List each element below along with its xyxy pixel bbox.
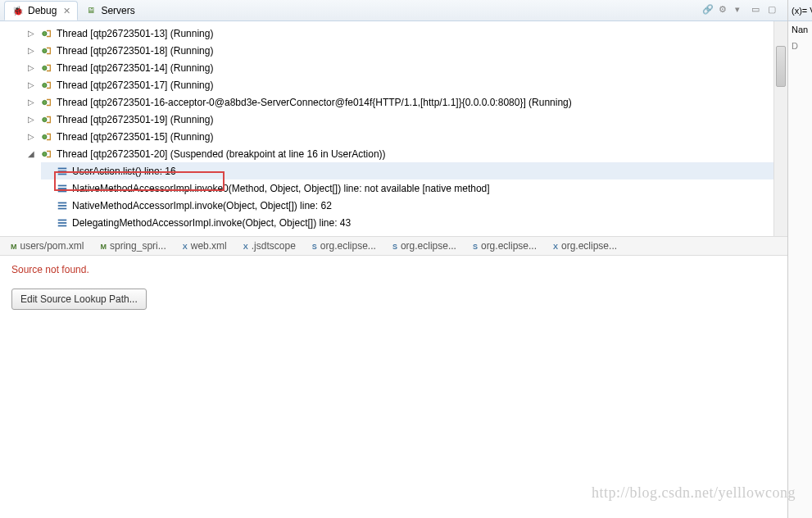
toolbar: 🔗 ⚙ ▾ ▭ ▢ [702, 4, 787, 17]
tree-item-label: Thread [qtp26723501-14] (Running) [57, 62, 213, 74]
file-icon [392, 242, 397, 251]
thread-icon [40, 113, 53, 126]
thread-icon [40, 130, 53, 143]
right-panel: (x)= V Nan D [787, 0, 812, 518]
link-icon[interactable]: 🔗 [702, 4, 715, 17]
thread-item[interactable]: ◢Thread [qtp26723501-20] (Suspended (bre… [41, 145, 787, 162]
svg-point-1 [43, 48, 47, 52]
stack-frame-item[interactable]: UserAction.list() line: 16 [41, 162, 787, 179]
editor-tab-label: web.xml [191, 240, 227, 252]
thread-item[interactable]: ▷Thread [qtp26723501-15] (Running) [41, 128, 787, 145]
debug-icon [11, 4, 25, 17]
variables-tab[interactable]: (x)= V [788, 0, 812, 21]
stack-frame-item[interactable]: NativeMethodAccessorImpl.invoke0(Method,… [41, 179, 787, 197]
tab-debug[interactable]: Debug ✕ [4, 1, 78, 20]
thread-icon [40, 79, 53, 92]
stack-frame-item[interactable]: DelegatingMethodAccessorImpl.invoke(Obje… [41, 214, 787, 231]
tab-label: Servers [101, 5, 134, 16]
tree-item-label: NativeMethodAccessorImpl.invoke0(Method,… [72, 183, 490, 194]
file-icon [243, 242, 248, 251]
tree-item-label: Thread [qtp26723501-20] (Suspended (brea… [57, 148, 386, 160]
thread-icon [40, 44, 53, 57]
stack-frame-icon [56, 216, 69, 229]
svg-rect-12 [58, 188, 67, 189]
thread-item[interactable]: ▷Thread [qtp26723501-17] (Running) [41, 76, 787, 93]
svg-rect-18 [58, 222, 67, 224]
tree-item-label: UserAction.list() line: 16 [72, 166, 176, 177]
editor-tab[interactable]: org.eclipse... [306, 239, 383, 253]
stack-frame-icon [56, 165, 69, 178]
edit-source-lookup-button[interactable]: Edit Source Lookup Path... [11, 289, 147, 310]
svg-point-3 [43, 83, 47, 87]
maximize-icon[interactable]: ▢ [768, 4, 781, 17]
chevron-right-icon[interactable]: ▷ [28, 63, 37, 72]
editor-tab-label: org.eclipse... [320, 240, 376, 252]
close-icon[interactable]: ✕ [63, 6, 70, 16]
editor-tab-bar: users/pom.xmlspring_spri...web.xml.jsdts… [0, 236, 787, 256]
tab-servers[interactable]: Servers [78, 2, 141, 20]
svg-point-7 [43, 152, 47, 156]
svg-rect-11 [58, 184, 67, 186]
chevron-right-icon[interactable]: ▷ [28, 80, 37, 89]
editor-tab[interactable]: web.xml [176, 239, 234, 253]
editor-tab[interactable]: users/pom.xml [4, 239, 91, 253]
minimize-icon[interactable]: ▭ [751, 4, 764, 17]
editor-tab[interactable]: org.eclipse... [466, 239, 543, 253]
file-icon [183, 242, 188, 251]
file-icon [473, 242, 478, 251]
svg-rect-19 [58, 225, 67, 226]
chevron-right-icon[interactable]: ▷ [28, 46, 37, 55]
editor-tab[interactable]: org.eclipse... [547, 239, 624, 253]
chevron-right-icon[interactable]: ▷ [28, 132, 37, 141]
tree-item-label: Thread [qtp26723501-17] (Running) [57, 80, 213, 91]
watermark: http://blog.csdn.net/yelllowcong [592, 484, 796, 502]
editor-tab-label: spring_spri... [110, 240, 166, 252]
svg-rect-8 [58, 167, 67, 169]
scrollbar-thumb[interactable] [776, 46, 786, 87]
file-icon [11, 242, 17, 251]
editor-tab[interactable]: spring_spri... [94, 239, 173, 253]
thread-item[interactable]: ▷Thread [qtp26723501-13] (Running) [41, 25, 787, 42]
chevron-right-icon[interactable]: ▷ [28, 29, 37, 38]
svg-rect-10 [58, 173, 67, 175]
thread-icon [40, 61, 53, 75]
svg-rect-14 [58, 202, 67, 203]
tree-item-label: Thread [qtp26723501-13] (Running) [57, 28, 213, 39]
editor-tab-label: org.eclipse... [561, 240, 617, 252]
stack-frame-icon [56, 199, 69, 212]
col-subheader: D [788, 38, 812, 54]
chevron-right-icon[interactable]: ▷ [28, 98, 37, 107]
thread-item[interactable]: ▷Thread [qtp26723501-18] (Running) [41, 42, 787, 59]
col-header: Nan [788, 21, 812, 38]
menu-dropdown-icon[interactable]: ▾ [735, 4, 748, 17]
stack-frame-icon [56, 182, 69, 195]
thread-icon [40, 148, 53, 161]
tree-item-label: DelegatingMethodAccessorImpl.invoke(Obje… [72, 217, 351, 229]
editor-tab[interactable]: org.eclipse... [386, 239, 463, 253]
editor-tab[interactable]: .jsdtscope [237, 239, 302, 253]
thread-icon [40, 27, 53, 40]
scrollbar[interactable] [773, 21, 787, 236]
chevron-right-icon[interactable]: ▷ [28, 115, 37, 124]
thread-item[interactable]: ▷Thread [qtp26723501-19] (Running) [41, 111, 787, 128]
source-not-found-error: Source not found. [11, 264, 776, 275]
file-icon [101, 242, 107, 251]
view-tab-bar: Debug ✕ Servers 🔗 ⚙ ▾ ▭ ▢ [0, 0, 787, 21]
file-icon [553, 242, 558, 251]
tree-item-label: Thread [qtp26723501-16-acceptor-0@a8bd3e… [57, 97, 572, 108]
editor-tab-label: .jsdtscope [252, 240, 296, 252]
editor-tab-label: org.eclipse... [401, 240, 456, 252]
svg-point-4 [43, 100, 47, 104]
stack-frame-item[interactable]: NativeMethodAccessorImpl.invoke(Object, … [41, 197, 787, 214]
svg-rect-16 [58, 207, 67, 209]
gear-icon[interactable]: ⚙ [719, 4, 732, 17]
svg-point-6 [43, 134, 47, 139]
editor-content: Source not found. Edit Source Lookup Pat… [0, 256, 787, 318]
thread-item[interactable]: ▷Thread [qtp26723501-16-acceptor-0@a8bd3… [41, 93, 787, 111]
tree-item-label: Thread [qtp26723501-18] (Running) [57, 45, 213, 57]
svg-point-5 [43, 117, 47, 121]
tab-label: Debug [28, 5, 57, 16]
debug-tree-panel: ▷Thread [qtp26723501-13] (Running)▷Threa… [0, 21, 787, 236]
thread-item[interactable]: ▷Thread [qtp26723501-14] (Running) [41, 59, 787, 76]
chevron-down-icon[interactable]: ◢ [28, 149, 37, 158]
